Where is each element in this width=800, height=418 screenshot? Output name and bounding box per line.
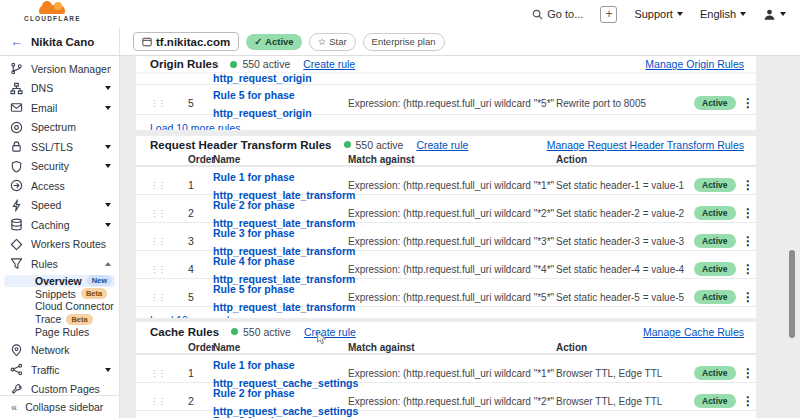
vertical-scrollbar[interactable] bbox=[789, 250, 795, 338]
sidebar-item-overview[interactable]: OverviewNew bbox=[4, 275, 115, 288]
rule-expression: Expression: (http.request.full_uri wildc… bbox=[348, 208, 556, 219]
sidebar-item-snippets[interactable]: SnippetsBeta bbox=[4, 287, 115, 300]
chevron-down-icon bbox=[105, 368, 111, 372]
sidebar-item-rules[interactable]: Rules bbox=[0, 254, 119, 274]
sidebar-item-security[interactable]: Security bbox=[0, 157, 119, 177]
drag-handle-icon[interactable]: ⋮⋮ bbox=[150, 99, 188, 108]
sidebar-subitem-label: Trace bbox=[35, 313, 61, 325]
user-menu[interactable] bbox=[763, 8, 786, 21]
drag-handle-icon[interactable]: ⋮⋮ bbox=[150, 237, 188, 246]
collapse-sidebar-button[interactable]: « Collapse sidebar bbox=[0, 395, 119, 418]
chevron-down-icon bbox=[740, 12, 746, 16]
domain-status-badge: ✓ Active bbox=[246, 34, 301, 50]
table-row: ⋮⋮5Rule 5 for phasehttp_request_originEx… bbox=[136, 84, 756, 114]
sidebar-item-label: Workers Routes bbox=[31, 238, 111, 250]
rule-name-link[interactable]: Rule 5 for phasehttp_request_late_transf… bbox=[213, 283, 355, 313]
load-more-link[interactable]: Load 10 more rules bbox=[150, 122, 240, 130]
row-menu-icon[interactable]: ⋮ bbox=[742, 394, 754, 408]
rule-name-line1: Rule 4 for phase bbox=[213, 255, 295, 267]
new-badge: New bbox=[87, 275, 112, 286]
language-menu[interactable]: English bbox=[700, 8, 746, 20]
table-row: ⋮⋮4Rule 4 for phasehttp_request_late_tra… bbox=[136, 250, 756, 278]
sidebar-item-network[interactable]: Network bbox=[0, 340, 119, 360]
load-more-link[interactable]: Load 10 more rules bbox=[150, 314, 240, 318]
row-menu-icon[interactable]: ⋮ bbox=[742, 262, 754, 276]
domain-selector[interactable]: tf.nikitac.com bbox=[133, 32, 239, 51]
column-header-match-against: Match against bbox=[348, 154, 556, 165]
sidebar-item-workers-routes[interactable]: Workers Routes bbox=[0, 235, 119, 255]
rule-name-line1: Rule 5 for phase bbox=[213, 89, 295, 101]
rule-name-link[interactable]: http_request_origin bbox=[213, 72, 348, 84]
active-count: 550 active bbox=[356, 139, 404, 151]
status-dot-icon bbox=[230, 61, 237, 68]
manage-rules-link[interactable]: Manage Origin Rules bbox=[645, 58, 744, 70]
sidebar-subitem-label: Overview bbox=[35, 275, 82, 287]
sidebar-item-dns[interactable]: DNS bbox=[0, 79, 119, 99]
sidebar-item-traffic[interactable]: Traffic bbox=[0, 360, 119, 380]
sidebar-item-trace[interactable]: TraceBeta bbox=[4, 313, 115, 326]
back-arrow-icon[interactable]: ← bbox=[10, 34, 23, 49]
create-rule-link[interactable]: Create rule bbox=[304, 326, 356, 338]
sidebar-item-email[interactable]: Email bbox=[0, 98, 119, 118]
collapse-icon: « bbox=[11, 401, 17, 413]
row-menu-icon[interactable]: ⋮ bbox=[742, 178, 754, 192]
column-header-action: Action bbox=[556, 342, 694, 353]
bolt-icon bbox=[10, 199, 23, 212]
drag-handle-icon[interactable]: ⋮⋮ bbox=[150, 265, 188, 274]
rule-name-cell: Rule 5 for phasehttp_request_origin bbox=[213, 85, 348, 121]
rule-name-line1: Rule 2 for phase bbox=[213, 387, 295, 399]
row-menu-icon[interactable]: ⋮ bbox=[742, 234, 754, 248]
drag-handle-icon[interactable]: ⋮⋮ bbox=[150, 181, 188, 190]
chevron-down-icon bbox=[105, 145, 111, 149]
sidebar-item-spectrum[interactable]: Spectrum bbox=[0, 118, 119, 138]
manage-rules-link[interactable]: Manage Cache Rules bbox=[643, 326, 744, 338]
column-header-action: Action bbox=[556, 154, 694, 165]
support-menu[interactable]: Support bbox=[634, 8, 683, 20]
dns-icon bbox=[10, 82, 23, 95]
manage-rules-link[interactable]: Manage Request Header Transform Rules bbox=[547, 139, 744, 151]
drag-handle-icon[interactable]: ⋮⋮ bbox=[150, 369, 188, 378]
sidebar-item-speed[interactable]: Speed bbox=[0, 196, 119, 216]
rule-name-line1: Rule 5 for phase bbox=[213, 283, 295, 295]
database-icon bbox=[10, 218, 23, 231]
star-button[interactable]: ☆ Star bbox=[309, 33, 356, 51]
drag-handle-icon[interactable]: ⋮⋮ bbox=[150, 293, 188, 302]
git-branch-icon bbox=[10, 62, 23, 75]
rule-name-link[interactable]: Rule 5 for phasehttp_request_origin bbox=[213, 89, 312, 119]
sidebar-item-label: Caching bbox=[31, 219, 97, 231]
sidebar-item-caching[interactable]: Caching bbox=[0, 215, 119, 235]
table-row: ⋮⋮2Rule 2 for phasehttp_request_late_tra… bbox=[136, 194, 756, 222]
sidebar-item-ssl-tls[interactable]: SSL/TLS bbox=[0, 137, 119, 157]
domain-name: tf.nikitac.com bbox=[156, 36, 230, 48]
section-request-header-transform-rules: Request Header Transform Rules550 active… bbox=[136, 136, 756, 318]
create-rule-link[interactable]: Create rule bbox=[416, 139, 468, 151]
active-count: 550 active bbox=[243, 326, 291, 338]
drag-handle-icon[interactable]: ⋮⋮ bbox=[150, 397, 188, 406]
row-menu-icon[interactable]: ⋮ bbox=[742, 206, 754, 220]
rule-order: 1 bbox=[188, 367, 213, 379]
sidebar-item-access[interactable]: Access bbox=[0, 176, 119, 196]
rule-order: 2 bbox=[188, 395, 213, 407]
chevron-down-icon bbox=[105, 223, 111, 227]
drag-handle-icon[interactable]: ⋮⋮ bbox=[150, 209, 188, 218]
sidebar-item-label: Custom Pages bbox=[31, 383, 111, 395]
goto-search[interactable]: Go to... bbox=[532, 8, 583, 20]
create-rule-link[interactable]: Create rule bbox=[303, 58, 355, 70]
beta-badge: Beta bbox=[66, 314, 92, 325]
user-icon bbox=[763, 8, 776, 21]
table-row: ⋮⋮1Rule 1 for phasehttp_request_cache_se… bbox=[136, 354, 756, 382]
chevron-down-icon bbox=[105, 203, 111, 207]
sidebar-item-version-management[interactable]: Version Management bbox=[0, 59, 119, 79]
rule-expression: Expression: (http.request.full_uri wildc… bbox=[348, 292, 556, 303]
rule-action: Set static header-2 = value-2 bbox=[556, 208, 694, 219]
row-menu-icon[interactable]: ⋮ bbox=[742, 96, 754, 110]
cloudflare-logo: CLOUDFLARE bbox=[24, 5, 81, 23]
traffic-icon bbox=[10, 363, 23, 376]
rule-order: 5 bbox=[188, 291, 213, 303]
add-site-button[interactable]: + bbox=[600, 6, 617, 23]
sidebar-item-cloud-connector[interactable]: Cloud ConnectorBeta bbox=[4, 300, 115, 313]
collapse-label: Collapse sidebar bbox=[25, 401, 103, 413]
row-menu-icon[interactable]: ⋮ bbox=[742, 290, 754, 304]
sidebar-item-page-rules[interactable]: Page Rules bbox=[4, 326, 115, 339]
row-menu-icon[interactable]: ⋮ bbox=[742, 366, 754, 380]
